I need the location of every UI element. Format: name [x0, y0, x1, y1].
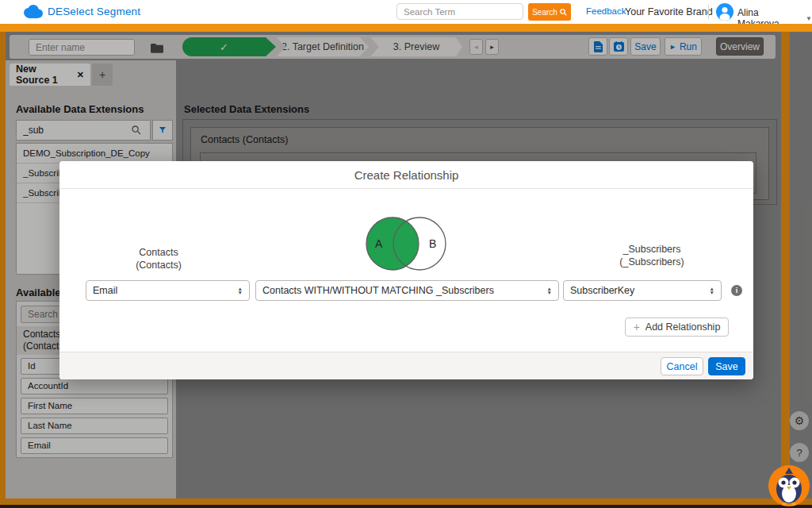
- accent-bar-top: [0, 24, 812, 32]
- relation-select[interactable]: Contacts WITH/WITHOUT MATCHING _Subscrib…: [255, 280, 559, 301]
- left-entity-line2: (Contacts): [99, 259, 218, 271]
- search-term-input[interactable]: [396, 3, 523, 20]
- search-button[interactable]: Search: [528, 3, 571, 21]
- feedback-link[interactable]: Feedback: [586, 6, 626, 16]
- add-relationship-label: Add Relationship: [645, 321, 721, 333]
- modal-title: Create Relationship: [59, 161, 753, 189]
- app-screen: DESelect Segment Search Feedback Your Fa…: [0, 0, 812, 508]
- right-entity-label: _Subscribers (_Subscribers): [592, 243, 711, 268]
- select-spinner-icon: ▲▼: [238, 287, 243, 294]
- modal-save-button[interactable]: Save: [708, 357, 745, 375]
- select-spinner-icon: ▲▼: [547, 287, 552, 294]
- right-field-select[interactable]: SubscriberKey ▲▼: [563, 280, 722, 301]
- left-field-value: Email: [93, 285, 233, 296]
- user-icon: [716, 3, 733, 21]
- create-relationship-modal: Create Relationship A B Contacts (Contac…: [59, 161, 753, 379]
- venn-label-b: B: [429, 237, 436, 250]
- add-relationship-button[interactable]: + Add Relationship: [625, 318, 729, 337]
- venn-label-a: A: [375, 237, 383, 250]
- right-field-value: SubscriberKey: [570, 285, 705, 296]
- info-icon[interactable]: i: [731, 285, 742, 296]
- left-field-select[interactable]: Email ▲▼: [86, 280, 250, 301]
- venn-circle-a: [366, 217, 419, 270]
- app-title: DESelect Segment: [48, 6, 140, 17]
- left-entity-label: Contacts (Contacts): [99, 246, 218, 271]
- chevron-down-icon: ▼: [806, 15, 812, 22]
- deselect-chat-widget[interactable]: [768, 465, 810, 506]
- relation-value: Contacts WITH/WITHOUT MATCHING _Subscrib…: [262, 285, 542, 296]
- right-entity-line2: (_Subscribers): [592, 256, 711, 268]
- modal-footer: Cancel Save: [59, 352, 753, 379]
- plus-icon: +: [634, 321, 640, 333]
- brand-label: Your Favorite Brand: [625, 6, 713, 17]
- right-entity-line1: _Subscribers: [592, 243, 711, 256]
- venn-diagram: A B: [351, 207, 486, 280]
- left-entity-line1: Contacts: [99, 246, 218, 259]
- search-button-label: Search: [532, 8, 557, 17]
- owl-icon: [768, 465, 810, 506]
- global-header: DESelect Segment Search Feedback Your Fa…: [0, 0, 812, 24]
- cancel-button[interactable]: Cancel: [661, 357, 703, 375]
- select-spinner-icon: ▲▼: [710, 287, 714, 294]
- search-icon: [560, 9, 567, 16]
- header-divider: [708, 5, 709, 19]
- deselect-cloud-logo-icon: [22, 4, 44, 19]
- avatar[interactable]: [716, 3, 733, 21]
